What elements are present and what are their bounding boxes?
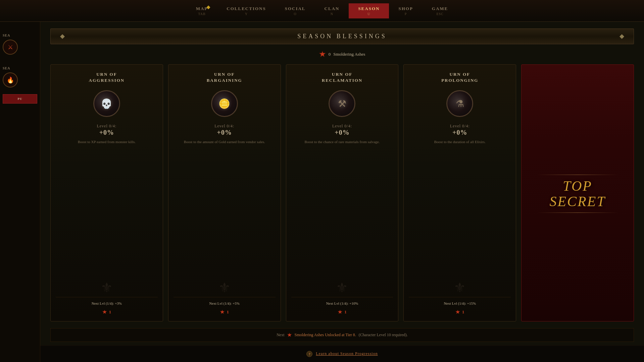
prolonging-cost: 1 — [462, 309, 464, 315]
nav-season-label: SEASON — [358, 6, 380, 11]
ashes-bar: 0 Smoldering Ashes — [50, 51, 634, 58]
nav-season[interactable]: SEASON U — [349, 3, 389, 18]
bargaining-upgrade-btn[interactable]: 1 — [217, 308, 232, 316]
aggression-level-text: Level 0/4: — [97, 124, 116, 129]
blessings-grid: URN OF AGGRESSION 💀 Level 0/4: +0% Boost… — [50, 64, 634, 321]
sidebar-item-2[interactable]: SEA 🔥 — [0, 61, 40, 91]
prolonging-level: Level 0/4: +0% — [450, 124, 470, 136]
header-diamond-right — [620, 34, 624, 39]
aggression-level: Level 0/4: +0% — [97, 124, 116, 136]
bottom-ashes-icon — [287, 333, 292, 338]
aggression-desc: Boost to XP earned from monster kills. — [78, 139, 136, 292]
nav-season-key: U — [367, 12, 370, 16]
ashes-count: 0 — [329, 52, 331, 57]
reclamation-level-text: Level 0/4: — [332, 124, 352, 129]
nav-collections-key: Y — [245, 12, 248, 16]
bottom-suffix-text: (Character Level 10 required). — [359, 333, 408, 338]
reclamation-next-lvl: Next Lvl (1/4): +10% — [326, 301, 358, 305]
nav-collections[interactable]: COLLECTIONS Y — [217, 3, 275, 18]
aggression-wing-deco: ⚜ — [51, 278, 163, 298]
nav-game[interactable]: GAME ESC — [423, 3, 457, 18]
prolonging-desc: Boost to the duration of all Elixirs. — [434, 139, 486, 292]
bargaining-bottom: Next Lvl (1/4): +5% 1 — [174, 297, 276, 316]
bargaining-title: URN OF BARGAINING — [207, 71, 242, 83]
nav-social-key: O — [294, 12, 297, 16]
bargaining-bonus: +0% — [214, 129, 234, 136]
nav-shop-label: SHOP — [398, 6, 413, 11]
coin-icon: 🪙 — [218, 98, 230, 109]
bargaining-desc: Boost to the amount of Gold earned from … — [184, 139, 265, 292]
nav-clan-label: CLAN — [325, 6, 340, 11]
nav-social[interactable]: SOCIAL O — [276, 3, 315, 18]
bottom-info-bar: Next Smoldering Ashes Unlocked at Tier 8… — [50, 328, 634, 342]
bargaining-cost: 1 — [227, 309, 229, 315]
skull-icon: 💀 — [101, 98, 112, 109]
nav-clan[interactable]: CLAN N — [315, 3, 349, 18]
question-mark-icon: ? — [309, 352, 311, 356]
bargaining-urn-shape: 🪙 — [211, 90, 238, 117]
ash-cost-icon-3 — [338, 310, 342, 314]
bargaining-level: Level 0/4: +0% — [214, 124, 234, 136]
nav-clan-key: N — [331, 12, 333, 16]
panel-title: SEASON BLESSINGS — [64, 33, 620, 40]
nav-shop[interactable]: SHOP P — [389, 3, 422, 18]
left-sidebar: SEA ⚔ SEA 🔥 PU — [0, 22, 40, 362]
secret-divider-bottom — [537, 213, 618, 213]
sword-icon: ⚔ — [8, 44, 13, 51]
sidebar-button[interactable]: PU — [3, 94, 37, 104]
secret-divider-top — [537, 175, 618, 175]
aggression-urn-shape: 💀 — [93, 90, 120, 117]
nav-map-key: TAB — [198, 12, 205, 16]
prolonging-urn: ⚗ — [445, 88, 475, 119]
aggression-urn: 💀 — [92, 88, 122, 119]
top-navigation: MAP TAB COLLECTIONS Y SOCIAL O CLAN N SE… — [0, 0, 644, 22]
aggression-next-lvl: Next Lvl (1/4): +3% — [92, 301, 122, 305]
help-icon: ? — [306, 351, 312, 357]
reclamation-bottom: Next Lvl (1/4): +10% 1 — [291, 297, 393, 316]
aggression-title: URN OF AGGRESSION — [89, 71, 125, 83]
ashes-icon — [319, 51, 326, 58]
aggression-bonus: +0% — [97, 129, 116, 136]
ashes-label: Smoldering Ashes — [333, 52, 365, 57]
bargaining-next-lvl: Next Lvl (1/4): +5% — [209, 301, 240, 305]
flask-icon: ⚗ — [456, 98, 464, 109]
aggression-cost: 1 — [109, 309, 111, 315]
panel-header: SEASON BLESSINGS — [50, 28, 634, 44]
nav-collections-label: COLLECTIONS — [227, 6, 266, 11]
blessing-card-aggression[interactable]: URN OF AGGRESSION 💀 Level 0/4: +0% Boost… — [50, 64, 163, 321]
blessing-card-reclamation[interactable]: URN OF RECLAMATION ⚒ Level 0/4: +0% Boos… — [286, 64, 399, 321]
blessing-card-secret: TOP SECRET — [521, 64, 634, 321]
sidebar-icon-1: ⚔ — [3, 40, 18, 55]
ash-cost-icon-1 — [102, 310, 107, 314]
bargaining-level-text: Level 0/4: — [214, 124, 234, 129]
reclamation-urn-shape: ⚒ — [329, 90, 355, 117]
blessing-card-prolonging[interactable]: URN OF PROLONGING ⚗ Level 0/4: +0% Boost… — [403, 64, 516, 321]
aggression-upgrade-btn[interactable]: 1 — [100, 308, 114, 316]
sidebar-item-1[interactable]: SEA ⚔ — [0, 28, 40, 58]
prolonging-bottom: Next Lvl (1/4): +15% 1 — [409, 297, 511, 316]
prolonging-wing-deco: ⚜ — [404, 278, 516, 298]
bottom-highlight-text: Smoldering Ashes Unlocked at Tier 8. — [295, 333, 356, 338]
reclamation-urn: ⚒ — [327, 88, 357, 119]
sidebar-btn-label: PU — [18, 97, 22, 101]
reclamation-bonus: +0% — [332, 129, 352, 136]
prolonging-bonus: +0% — [450, 129, 470, 136]
prolonging-upgrade-btn[interactable]: 1 — [453, 308, 467, 316]
blessing-card-bargaining[interactable]: URN OF BARGAINING 🪙 Level 0/4: +0% Boost… — [168, 64, 281, 321]
season-panel: SEASON BLESSINGS 0 Smoldering Ashes URN … — [40, 22, 644, 362]
hammer-icon: ⚒ — [338, 98, 346, 109]
nav-social-label: SOCIAL — [285, 6, 306, 11]
prolonging-title: URN OF PROLONGING — [441, 71, 478, 83]
nav-map[interactable]: MAP TAB — [187, 3, 217, 18]
sidebar-label-1: SEA — [3, 34, 10, 37]
help-link[interactable]: Learn about Season Progression — [316, 351, 378, 356]
prolonging-urn-shape: ⚗ — [446, 90, 473, 117]
prolonging-next-lvl: Next Lvl (1/4): +15% — [444, 301, 476, 305]
nav-map-label: MAP — [196, 6, 208, 11]
top-secret-text: TOP SECRET — [549, 178, 605, 209]
sidebar-icon-2: 🔥 — [3, 72, 18, 87]
reclamation-upgrade-btn[interactable]: 1 — [335, 308, 349, 316]
ash-cost-icon-4 — [455, 310, 460, 314]
footer-bar: ? Learn about Season Progression — [40, 345, 644, 362]
reclamation-level: Level 0/4: +0% — [332, 124, 352, 136]
